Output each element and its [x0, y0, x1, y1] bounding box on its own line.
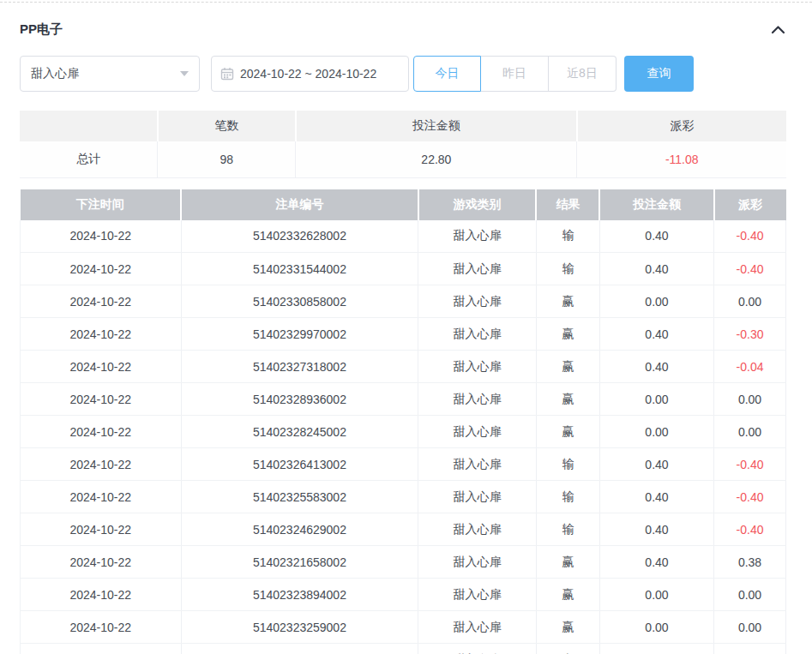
- cell-payout: -0.40: [714, 448, 786, 481]
- cell-payout: [714, 644, 786, 654]
- date-range-input[interactable]: 2024-10-22 ~ 2024-10-22: [211, 56, 409, 92]
- cell-bet-id: 51402324629002: [181, 513, 418, 546]
- cell-result: 赢: [536, 351, 599, 383]
- cell-payout: -0.40: [714, 253, 786, 285]
- cell-payout: -0.04: [714, 351, 786, 383]
- cell-game-type: 甜入心扉: [418, 481, 537, 513]
- cell-bet-id: 51402332628002: [181, 220, 418, 253]
- cell-bet-time: 2024-10-22: [21, 253, 182, 285]
- summary-total-count: 98: [158, 141, 296, 177]
- quick-range-today-button[interactable]: 今日: [413, 56, 481, 92]
- table-row: 2024-10-22 51402326413002 甜入心扉 输 0.40 -0…: [21, 448, 786, 481]
- cell-result: 赢: [536, 416, 599, 448]
- cell-bet-id: 51402327318002: [181, 351, 418, 383]
- bet-records-panel: PP电子 甜入心扉 2024-10-22 ~ 2024-10-22 今日 昨日 …: [0, 21, 812, 654]
- filter-bar: 甜入心扉 2024-10-22 ~ 2024-10-22 今日 昨日 近8日 查…: [20, 56, 786, 92]
- game-select-value: 甜入心扉: [31, 66, 79, 81]
- page-title: PP电子: [20, 21, 63, 38]
- cell-game-type: 甜入心扉: [418, 318, 537, 351]
- cell-bet-amount: 0.00: [599, 285, 713, 318]
- cell-game-type: 甜入心扉: [418, 383, 537, 416]
- cell-bet-id: 51402328936002: [181, 383, 418, 416]
- chevron-down-icon: [180, 71, 189, 76]
- cell-game-type: 甜入心扉: [418, 546, 537, 579]
- quick-range-yesterday-button[interactable]: 昨日: [481, 56, 549, 92]
- cell-bet-amount: 0.40: [599, 513, 713, 546]
- table-row: 2024-10-22 51402323259002 甜入心扉 赢 0.00 0.…: [21, 611, 786, 644]
- cell-result: 赢: [536, 546, 599, 579]
- cell-bet-amount: 0.40: [599, 318, 713, 351]
- cell-bet-amount: 0.00: [599, 383, 713, 416]
- table-row: 2024-10-22 51402328936002 甜入心扉 赢 0.00 0.…: [21, 383, 786, 416]
- summary-total-row: 总计 98 22.80 -11.08: [20, 141, 786, 177]
- table-row: 2024-10-22 51402321658002 甜入心扉 赢 0.40 0.…: [21, 546, 786, 579]
- records-header-result: 结果: [536, 189, 599, 220]
- cell-payout: 0.00: [714, 285, 786, 318]
- table-row: 2024-10-22 51402324629002 甜入心扉 输 0.40 -0…: [21, 513, 786, 546]
- summary-total-payout: -11.08: [577, 141, 786, 177]
- cell-result: 赢: [536, 383, 599, 416]
- panel-header: PP电子: [20, 21, 786, 38]
- cell-game-type: 甜入心扉: [418, 644, 537, 654]
- cell-bet-id: 51402328245002: [181, 416, 418, 448]
- cell-result: 赢: [536, 644, 599, 654]
- table-row: 2024-10-22 51402331544002 甜入心扉 输 0.40 -0…: [21, 253, 786, 285]
- cell-bet-id: 51402325583002: [181, 481, 418, 513]
- cell-bet-amount: 0.00: [599, 611, 713, 644]
- cell-game-type: 甜入心扉: [418, 220, 537, 253]
- cell-bet-id: 51402330858002: [181, 285, 418, 318]
- cell-bet-time: 2024-10-22: [21, 383, 182, 416]
- cell-bet-amount: 0.40: [599, 448, 713, 481]
- cell-game-type: 甜入心扉: [418, 513, 537, 546]
- cell-bet-id: 51402321658002: [181, 546, 418, 579]
- cell-game-type: 甜入心扉: [418, 253, 537, 285]
- game-select[interactable]: 甜入心扉: [20, 56, 200, 92]
- cell-payout: -0.40: [714, 513, 786, 546]
- cell-result: 输: [536, 220, 599, 253]
- table-row: 2024-10-22 51402325583002 甜入心扉 输 0.40 -0…: [21, 481, 786, 513]
- cell-bet-amount: 0.00: [599, 416, 713, 448]
- cell-result: 赢: [536, 579, 599, 611]
- top-dashed-divider: [0, 2, 812, 3]
- cell-game-type: 甜入心扉: [418, 351, 537, 383]
- summary-header-payout: 派彩: [577, 111, 786, 141]
- cell-bet-time: 2024-10-22: [21, 579, 182, 611]
- cell-bet-time: 2024-10-22: [21, 220, 182, 253]
- cell-payout: -0.30: [714, 318, 786, 351]
- cell-payout: 0.00: [714, 579, 786, 611]
- cell-game-type: 甜入心扉: [418, 285, 537, 318]
- calendar-icon: [220, 67, 234, 81]
- records-header-payout: 派彩: [714, 189, 786, 220]
- cell-payout: -0.40: [714, 481, 786, 513]
- records-header-bet-id: 注单编号: [181, 189, 418, 220]
- cell-result: 输: [536, 448, 599, 481]
- cell-bet-amount: 0.40: [599, 253, 713, 285]
- cell-bet-time: 2024-10-22: [21, 448, 182, 481]
- cell-bet-id: 51402326413002: [181, 448, 418, 481]
- cell-bet-amount: 0.40: [599, 351, 713, 383]
- collapse-button[interactable]: [769, 21, 786, 38]
- quick-range-last8days-button[interactable]: 近8日: [549, 56, 617, 92]
- date-range-value: 2024-10-22 ~ 2024-10-22: [240, 67, 376, 81]
- cell-bet-time: 2024-10-22: [21, 416, 182, 448]
- bet-records-table: 下注时间 注单编号 游戏类别 结果 投注金额 派彩 2024-10-22 514…: [20, 189, 786, 654]
- cell-game-type: 甜入心扉: [418, 611, 537, 644]
- cell-bet-time: 2024-10-22: [21, 513, 182, 546]
- summary-total-bet-amount: 22.80: [296, 141, 577, 177]
- summary-header-count: 笔数: [158, 111, 296, 141]
- records-header-bet-amount: 投注金额: [599, 189, 713, 220]
- cell-bet-time: 2024-10-22: [21, 285, 182, 318]
- query-button[interactable]: 查询: [624, 56, 694, 92]
- cell-result: 输: [536, 481, 599, 513]
- chevron-up-icon: [771, 25, 785, 34]
- cell-result: 输: [536, 513, 599, 546]
- cell-bet-time: 2024-10-22: [21, 318, 182, 351]
- summary-header-row: 笔数 投注金额 派彩: [20, 111, 786, 141]
- records-header-game-type: 游戏类别: [418, 189, 537, 220]
- cell-bet-time: 2024-10-22: [21, 611, 182, 644]
- cell-bet-time: 2024-10-22: [21, 351, 182, 383]
- cell-bet-time: 2024-10-22: [21, 546, 182, 579]
- cell-bet-id: [181, 644, 418, 654]
- table-row: 2024-10-22 51402329970002 甜入心扉 赢 0.40 -0…: [21, 318, 786, 351]
- cell-bet-amount: 0.40: [599, 220, 713, 253]
